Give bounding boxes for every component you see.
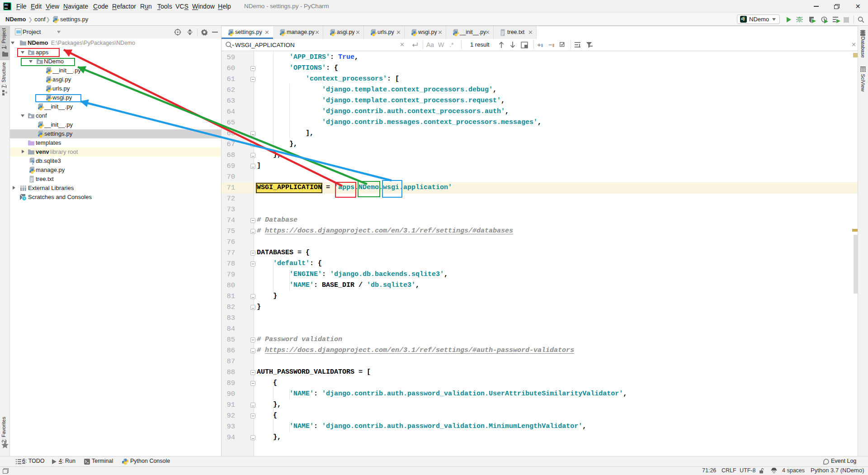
svg-text:PC: PC: [5, 4, 9, 6]
